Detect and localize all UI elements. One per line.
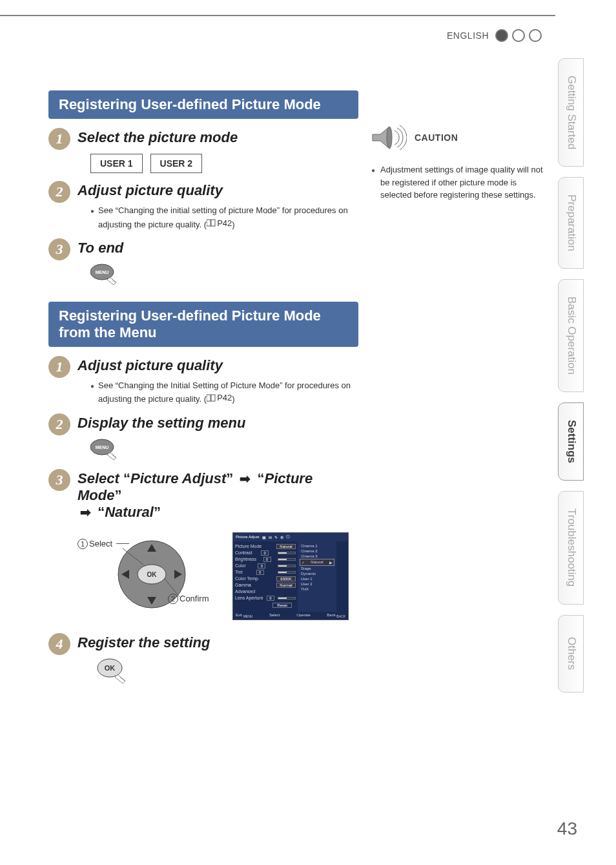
section1-step3: 3 To end MENU bbox=[48, 240, 358, 286]
section2-step3: 3 Select “Picture Adjust” ➡ “Picture Mod… bbox=[48, 470, 358, 620]
top-horizontal-rule bbox=[0, 15, 555, 16]
tab-getting-started[interactable]: Getting Started bbox=[558, 58, 584, 167]
step-note: See “Changing the Initial Setting of Pic… bbox=[90, 379, 358, 406]
section-title-1: Registering User-defined Picture Mode bbox=[48, 90, 358, 119]
step-number-icon: 4 bbox=[48, 633, 70, 655]
section2-step1: 1 Adjust picture quality See “Changing t… bbox=[48, 357, 358, 406]
select-callout: 1Select bbox=[77, 539, 129, 549]
tab-preparation[interactable]: Preparation bbox=[558, 177, 584, 269]
language-label: ENGLISH bbox=[447, 30, 489, 41]
section1-step1: 1 Select the picture mode USER 1 USER 2 bbox=[48, 129, 358, 173]
step-number-icon: 1 bbox=[48, 128, 70, 150]
step-number-icon: 2 bbox=[48, 181, 70, 203]
caution-text: Adjustment settings of image quality wil… bbox=[371, 163, 549, 202]
confirm-callout: 2Confirm bbox=[168, 594, 209, 604]
page-ref-icon: P42 bbox=[207, 391, 232, 404]
svg-text:MENU: MENU bbox=[96, 270, 109, 275]
step-note: See “Changing the initial setting of pic… bbox=[90, 204, 358, 231]
svg-text:OK: OK bbox=[105, 664, 116, 672]
step-number-icon: 1 bbox=[48, 356, 70, 378]
svg-rect-5 bbox=[211, 395, 215, 401]
side-tab-strip: Getting Started Preparation Basic Operat… bbox=[558, 58, 584, 693]
dot-outline-icon bbox=[529, 29, 542, 42]
svg-point-20 bbox=[387, 127, 392, 149]
step-title: Adjust picture quality bbox=[77, 357, 358, 374]
caution-box: CAUTION Adjustment settings of image qua… bbox=[371, 123, 549, 202]
language-dots bbox=[495, 29, 542, 42]
svg-text:MENU: MENU bbox=[96, 445, 109, 450]
circled-1-icon: 1 bbox=[77, 539, 88, 549]
user1-button[interactable]: USER 1 bbox=[90, 154, 143, 173]
step-title: Display the setting menu bbox=[77, 415, 358, 432]
caution-label: CAUTION bbox=[415, 132, 458, 143]
menu-key-icon: MENU bbox=[90, 438, 124, 461]
osd-screenshot: Picture Adjust ▦⊞✎⚙ⓘ Picture ModeNatural… bbox=[232, 532, 349, 620]
svg-rect-0 bbox=[207, 220, 210, 226]
tab-basic-operation[interactable]: Basic Operation bbox=[558, 279, 584, 392]
ok-key-icon: OK bbox=[97, 658, 129, 686]
step-title: To end bbox=[77, 240, 358, 256]
dot-outline-icon bbox=[512, 29, 525, 42]
step-number-icon: 3 bbox=[48, 238, 70, 260]
page-number: 43 bbox=[557, 818, 577, 839]
menu-key-icon: MENU bbox=[90, 263, 124, 286]
step-number-icon: 3 bbox=[48, 469, 70, 491]
step-number-icon: 2 bbox=[48, 413, 70, 435]
section-title-2: Registering User-defined Picture Mode fr… bbox=[48, 302, 358, 347]
tab-troubleshooting[interactable]: Troubleshooting bbox=[558, 491, 584, 604]
section1-step2: 2 Adjust picture quality See “Changing t… bbox=[48, 182, 358, 231]
svg-rect-1 bbox=[211, 220, 215, 226]
mode-button-row: USER 1 USER 2 bbox=[90, 154, 358, 173]
circled-2-icon: 2 bbox=[168, 594, 178, 604]
user2-button[interactable]: USER 2 bbox=[150, 154, 203, 173]
tab-settings[interactable]: Settings bbox=[558, 402, 584, 481]
navigation-diagram: 1Select 2Confirm OK bbox=[77, 532, 358, 620]
tab-others[interactable]: Others bbox=[558, 615, 584, 693]
svg-text:OK: OK bbox=[147, 571, 158, 578]
svg-rect-4 bbox=[207, 395, 210, 401]
step-title: Register the setting bbox=[77, 634, 358, 651]
section2-step2: 2 Display the setting menu MENU bbox=[48, 415, 358, 461]
language-indicator: ENGLISH bbox=[447, 29, 542, 42]
megaphone-icon bbox=[371, 123, 407, 152]
step-title: Adjust picture quality bbox=[77, 182, 358, 199]
step-title: Select the picture mode bbox=[77, 129, 358, 146]
main-content: Registering User-defined Picture Mode 1 … bbox=[48, 90, 358, 695]
page-ref-icon: P42 bbox=[207, 217, 232, 230]
dot-filled-icon bbox=[495, 29, 508, 42]
section2-step4: 4 Register the setting OK bbox=[48, 634, 358, 686]
step-title-path: Select “Picture Adjust” ➡ “Picture Mode”… bbox=[77, 470, 358, 521]
